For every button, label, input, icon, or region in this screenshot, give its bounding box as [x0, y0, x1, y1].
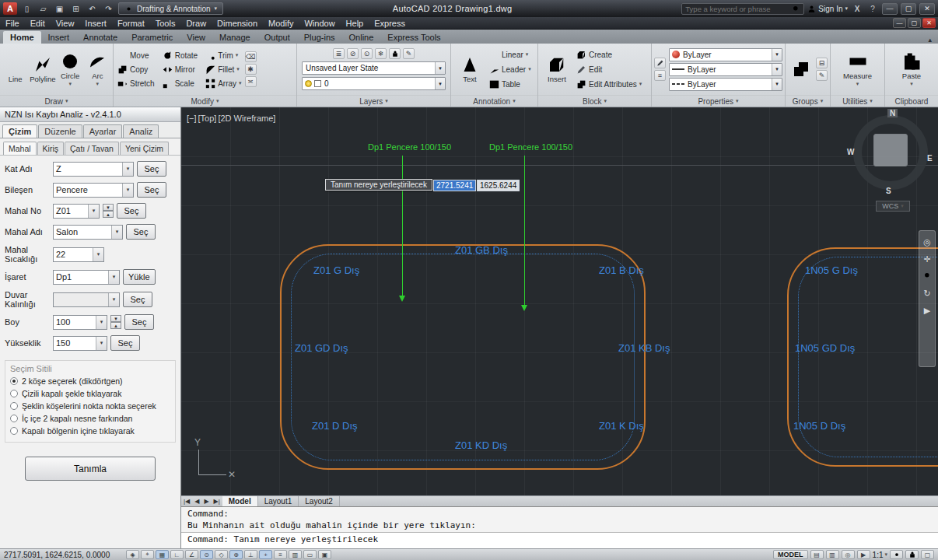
- radio-option-1[interactable]: Çizili kapalı şekle tıklayarak: [10, 389, 170, 398]
- arc-button[interactable]: Arc▾: [85, 52, 110, 87]
- search-icon[interactable]: [792, 5, 800, 13]
- annotation-scale-control[interactable]: 1:1▾: [873, 551, 887, 559]
- tab-parametric[interactable]: Parametric: [124, 31, 180, 44]
- layer-freeze-icon[interactable]: ❄: [375, 48, 387, 59]
- prev-layout-icon[interactable]: ◀: [192, 498, 201, 505]
- mahal-no-sec-button[interactable]: Seç: [117, 203, 146, 219]
- panel-label-utilities[interactable]: Utilities▾: [831, 95, 884, 107]
- panel-label-annotation[interactable]: Annotation▾: [451, 95, 537, 107]
- spinner-down-icon[interactable]: ▼: [103, 204, 114, 211]
- flyout-arrow-icon[interactable]: ▾: [910, 81, 913, 87]
- panel-expand-icon[interactable]: ▾: [604, 98, 607, 104]
- panel-expand-icon[interactable]: ▾: [821, 98, 824, 104]
- edit-block-button[interactable]: Edit: [575, 63, 643, 76]
- panel-expand-icon[interactable]: ▾: [870, 98, 873, 104]
- dynamic-input-x[interactable]: 2721.5241: [433, 180, 476, 191]
- ungroup-icon[interactable]: ⊟: [816, 58, 828, 68]
- full-navigation-wheel-icon[interactable]: ◎: [923, 237, 931, 247]
- panel-label-draw[interactable]: Draw▾: [0, 95, 113, 107]
- dropdown-arrow-icon[interactable]: ▾: [772, 79, 782, 90]
- dynamic-input-toggle[interactable]: +: [259, 550, 272, 559]
- viewcube[interactable]: N S W E: [847, 109, 934, 196]
- object-snap-tracking-toggle[interactable]: ⊕: [229, 550, 243, 559]
- layer-state-select[interactable]: Unsaved Layer State ▾: [302, 61, 446, 75]
- maximize-button[interactable]: ▢: [901, 3, 916, 15]
- dropdown-arrow-icon[interactable]: ▾: [435, 62, 445, 74]
- tab-insert[interactable]: Insert: [41, 31, 77, 44]
- menu-express[interactable]: Express: [369, 17, 411, 30]
- trim-button[interactable]: Trim▾: [204, 49, 243, 62]
- polar-tracking-toggle[interactable]: ∠: [185, 550, 198, 559]
- wcs-selector[interactable]: WCS▾: [876, 201, 910, 212]
- dropdown-arrow-icon[interactable]: ▾: [96, 316, 107, 329]
- menu-view[interactable]: View: [51, 17, 80, 30]
- subtab-cati-tavan[interactable]: Çatı / Tavan: [65, 142, 119, 155]
- sign-in-button[interactable]: Sign In ▾: [807, 5, 848, 13]
- toolbar-lock-icon[interactable]: [905, 550, 919, 559]
- menu-insert[interactable]: Insert: [79, 17, 112, 30]
- layer-select[interactable]: 0 ▾: [302, 77, 446, 90]
- viewcube-top-face[interactable]: [873, 134, 908, 166]
- next-layout-icon[interactable]: ▶: [201, 498, 211, 505]
- stretch-button[interactable]: Stretch: [116, 77, 156, 90]
- tab-cizim[interactable]: Çizim: [2, 124, 37, 138]
- match-properties-icon[interactable]: [654, 58, 666, 68]
- zoom-icon[interactable]: [923, 271, 932, 282]
- radio-icon[interactable]: [10, 377, 18, 385]
- panel-expand-icon[interactable]: ▾: [513, 98, 516, 104]
- menu-window[interactable]: Window: [299, 17, 340, 30]
- offset-icon[interactable]: ≍: [245, 76, 257, 87]
- menu-file[interactable]: File: [0, 17, 25, 30]
- kat-adi-sec-button[interactable]: Seç: [137, 161, 166, 177]
- tab-online[interactable]: Online: [342, 31, 381, 44]
- app-menu-button[interactable]: A: [3, 2, 17, 15]
- minimize-button[interactable]: —: [882, 3, 898, 15]
- tab-plugins[interactable]: Plug-ins: [297, 31, 342, 44]
- panel-expand-icon[interactable]: ▾: [216, 98, 219, 104]
- yukseklik-select[interactable]: 150▾: [53, 336, 107, 351]
- panel-expand-icon[interactable]: ▾: [65, 98, 68, 104]
- menu-edit[interactable]: Edit: [25, 17, 51, 30]
- menu-modify[interactable]: Modify: [263, 17, 299, 30]
- command-window[interactable]: Command: Bu Minhanın ait olduğu mahalin …: [181, 506, 938, 548]
- compass-north[interactable]: N: [887, 109, 898, 117]
- linetype-select[interactable]: ByLayer ▾: [669, 78, 782, 91]
- flyout-arrow-icon[interactable]: ▾: [528, 66, 531, 72]
- viewport-minimize-control[interactable]: [−]: [187, 114, 197, 123]
- dynamic-input-y[interactable]: 1625.6244: [477, 180, 520, 191]
- layer-properties-icon[interactable]: ≣: [333, 48, 345, 59]
- copy-button[interactable]: Copy: [116, 63, 156, 76]
- panel-label-properties[interactable]: Properties▾: [652, 95, 785, 107]
- mahal-no-select[interactable]: Z01▾: [53, 204, 100, 219]
- clean-screen-icon[interactable]: ▢: [921, 550, 934, 559]
- mirror-button[interactable]: Mirror: [161, 63, 199, 76]
- model-space-button[interactable]: MODEL: [773, 550, 808, 559]
- text-button[interactable]: Text: [453, 55, 486, 83]
- flyout-arrow-icon[interactable]: ▾: [639, 81, 642, 87]
- search-input[interactable]: [685, 5, 792, 13]
- polyline-button[interactable]: Polyline: [30, 55, 55, 83]
- object-color-select[interactable]: ByLayer ▾: [669, 48, 782, 61]
- dropdown-arrow-icon[interactable]: ▾: [93, 248, 103, 261]
- grid-display-toggle[interactable]: ▦: [156, 550, 169, 559]
- first-layout-icon[interactable]: |◀: [181, 498, 192, 505]
- flyout-arrow-icon[interactable]: ▾: [856, 81, 859, 87]
- bilesen-sec-button[interactable]: Seç: [137, 182, 166, 198]
- explode-icon[interactable]: ✱: [245, 64, 257, 75]
- panel-label-groups[interactable]: Groups▾: [786, 95, 830, 107]
- panel-label-layers[interactable]: Layers▾: [297, 95, 450, 107]
- mahal-sicakligi-select[interactable]: 22▾: [53, 247, 104, 262]
- spinner-up-icon[interactable]: ▲: [110, 322, 121, 329]
- dropdown-arrow-icon[interactable]: ▾: [108, 271, 119, 284]
- mahal-adi-select[interactable]: Salon▾: [53, 225, 123, 240]
- radio-option-2[interactable]: Şeklin köşelerini nokta nokta seçerek: [10, 401, 170, 411]
- command-prompt[interactable]: Command: Tanım nereye yerleştirilecek: [181, 533, 938, 546]
- compass-south[interactable]: S: [886, 187, 891, 195]
- flyout-arrow-icon[interactable]: ▾: [526, 51, 529, 58]
- rotate-button[interactable]: Rotate: [161, 49, 199, 62]
- viewport-visual-style-control[interactable]: [2D Wireframe]: [218, 114, 275, 123]
- subtab-yeni-cizim[interactable]: Yeni Çizim: [120, 142, 169, 155]
- last-layout-icon[interactable]: ▶|: [212, 498, 222, 505]
- redo-icon[interactable]: ↷: [102, 3, 115, 15]
- flyout-arrow-icon[interactable]: ▾: [236, 66, 240, 72]
